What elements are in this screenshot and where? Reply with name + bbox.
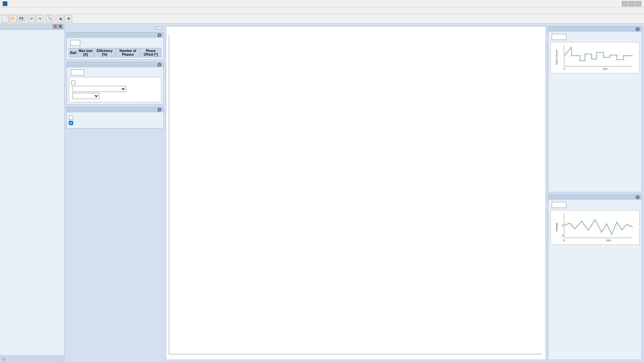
device-select[interactable] (72, 86, 126, 92)
rails-section-content: Rail Max Iout [A] Efficiency [%] Number … (67, 38, 163, 59)
use-external-checkbox[interactable] (71, 81, 76, 85)
voltage-pk-row (550, 202, 640, 208)
current-rms-input[interactable] (552, 34, 566, 40)
freq-input[interactable] (71, 69, 84, 75)
undo-button[interactable]: ↩ (28, 15, 35, 22)
show-us-row (69, 115, 161, 120)
connect-button[interactable]: 🔌 (57, 15, 64, 22)
svg-text:200: 200 (603, 67, 607, 70)
app-icon (3, 1, 7, 6)
col-num-phases: Number of Phases (115, 48, 140, 57)
view-section: i (66, 107, 164, 128)
titlebar (0, 0, 644, 7)
toolbar-separator-1 (26, 15, 27, 22)
current-ripple-svg: Total Current 0 200 (551, 42, 639, 72)
svg-text:200: 200 (606, 239, 611, 242)
window-controls (622, 1, 641, 6)
rail-table: Rail Max Iout [A] Efficiency [%] Number … (69, 48, 161, 57)
voltage-ripple-content: Voltage 0 -5 (548, 200, 642, 247)
save-button[interactable]: 💾 (17, 15, 25, 22)
rails-section: i Rail Max Iout [A] (66, 32, 164, 60)
voltage-ripple-svg: Voltage 0 -5 (551, 210, 639, 244)
content-area: i Rail Max Iout [A] (64, 23, 644, 362)
col-phase-offset: Phase Offset [°] (140, 48, 161, 57)
type-select[interactable] (72, 93, 99, 99)
minimize-button[interactable] (622, 1, 628, 6)
vin-input[interactable] (70, 40, 80, 46)
auto-scale-row (69, 121, 161, 125)
chart-y-label (166, 35, 169, 356)
page-content: i Rail Max Iout [A] (64, 24, 644, 362)
auto-scale-checkbox[interactable] (69, 121, 73, 125)
rails-section-info-icon[interactable]: i (157, 33, 161, 37)
sync-section-header: i (67, 62, 163, 67)
view-section-info-icon[interactable]: i (157, 108, 161, 112)
chart-area (166, 26, 546, 360)
zoom-button[interactable]: 🔍 (46, 15, 54, 22)
toolbar-separator-2 (45, 15, 45, 22)
current-ripple-content: Total Current 0 200 (548, 32, 642, 75)
main-layout: 📌 ✕ 🔍 (0, 23, 644, 362)
close-button[interactable] (635, 1, 641, 6)
view-section-content (67, 112, 163, 128)
svg-text:0: 0 (563, 67, 565, 70)
device-row (71, 86, 159, 92)
input-current-ripple-box: i Total Current (548, 26, 642, 192)
svg-text:Voltage: Voltage (555, 222, 558, 231)
toolbar: 📄 📂 💾 ↩ ↪ 🔍 🔌 ⚙ (0, 14, 644, 23)
sync-section: i (66, 62, 164, 105)
use-external-row (71, 81, 159, 85)
svg-text:0: 0 (562, 224, 564, 227)
menubar (0, 7, 644, 14)
search-icon: 🔍 (1, 357, 5, 361)
optimize-button[interactable] (155, 27, 162, 30)
sidebar-pin-button[interactable]: 📌 (53, 24, 57, 29)
rail-table-header-row: Rail Max Iout [A] Efficiency [%] Number … (69, 48, 161, 57)
type-row (71, 93, 159, 99)
vin-row (69, 40, 161, 46)
chart-container (166, 32, 546, 360)
current-ripple-chart: Total Current 0 200 (550, 42, 640, 73)
page-title-row (66, 26, 164, 30)
freq-row (69, 69, 161, 75)
sidebar-scanned-devices[interactable]: 🔍 (0, 355, 64, 362)
view-section-header: i (67, 107, 163, 112)
current-rms-row (550, 34, 640, 40)
chart-title (166, 27, 546, 32)
svg-text:-5: -5 (561, 234, 564, 237)
svg-text:Total Current: Total Current (555, 49, 558, 65)
voltage-ripple-info-icon[interactable]: i (636, 195, 640, 199)
sidebar-header: 📌 ✕ (0, 23, 64, 30)
sidebar-tree (0, 30, 64, 355)
input-voltage-ripple-box: i Voltage (548, 194, 642, 360)
voltage-ripple-x-label (551, 244, 639, 245)
chart-inner (169, 35, 542, 356)
current-ripple-x-label (551, 72, 639, 73)
left-panel: i Rail Max Iout [A] (66, 26, 164, 360)
sidebar-close-button[interactable]: ✕ (58, 24, 63, 29)
col-efficiency: Efficiency [%] (94, 48, 115, 57)
chart-x-label (169, 356, 542, 356)
sync-section-content (67, 67, 163, 104)
current-ripple-header: i (548, 27, 642, 32)
sync-signal-source-group (69, 77, 161, 102)
settings-button[interactable]: ⚙ (65, 15, 72, 22)
rails-section-header: i (67, 33, 163, 38)
sidebar-header-buttons: 📌 ✕ (53, 24, 63, 29)
open-button[interactable]: 📂 (9, 15, 17, 22)
maximize-button[interactable] (629, 1, 635, 6)
voltage-ripple-chart: Voltage 0 -5 (550, 210, 640, 245)
current-ripple-info-icon[interactable]: i (636, 27, 640, 31)
sidebar: 📌 ✕ 🔍 (0, 23, 64, 362)
sync-section-info-icon[interactable]: i (157, 63, 161, 67)
right-panels: i Total Current (548, 26, 642, 360)
new-button[interactable]: 📄 (1, 15, 9, 22)
toolbar-separator-3 (55, 15, 55, 22)
bars-area (169, 35, 542, 354)
redo-button[interactable]: ↪ (36, 15, 43, 22)
show-us-checkbox[interactable] (69, 115, 73, 120)
col-rail: Rail (69, 48, 78, 57)
col-max-iout: Max Iout [A] (78, 48, 94, 57)
voltage-ripple-header: i (548, 195, 642, 200)
voltage-pk-input[interactable] (552, 202, 566, 208)
